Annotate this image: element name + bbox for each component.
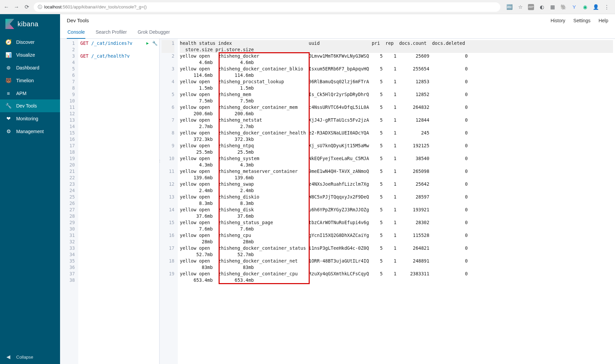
table-row: yellow open zhisheng_diskio W8C5xPJjTQqq… [180,194,613,207]
nav-icon: 📊 [5,52,11,58]
url-path: /app/kibana#/dev_tools/console?_g=() [73,4,147,9]
kibana-logo[interactable]: kibana [0,14,60,36]
tab-search-profiler[interactable]: Search Profiler [95,27,128,39]
tab-grok-debugger[interactable]: Grok Debugger [137,27,171,39]
reload-button[interactable]: ⟳ [24,4,30,10]
sidebar: kibana 🧭Discover📊Visualize⊚Dashboard🐻Tim… [0,14,60,364]
translate-icon[interactable]: 🔤 [506,4,512,10]
kibana-logo-text: kibana [18,20,38,28]
nav-icon: ⚙ [5,128,11,134]
header-link-help[interactable]: Help [598,18,608,23]
menu-icon[interactable]: ⋮ [604,4,610,10]
table-row: yellow open zhisheng_procstat_lookup 06R… [180,79,613,91]
url-host: localhost [44,4,61,9]
sidebar-item-dashboard[interactable]: ⊚Dashboard [0,61,60,74]
ext-icon-2[interactable]: ▦ [550,4,556,10]
url-port: :5601 [61,4,73,9]
abp-icon[interactable]: ABP [528,4,534,10]
collapse-label: Collapse [16,355,33,360]
ext-icon-3[interactable]: Y [571,4,577,10]
browser-toolbar: ← → ⟳ ⓘ localhost:5601/app/kibana#/dev_t… [0,0,615,14]
sidebar-item-management[interactable]: ⚙Management [0,125,60,138]
ext-icon-1[interactable]: ◐ [539,4,545,10]
nav-label: Timelion [16,78,34,83]
table-row: yellow open zhisheng_netstat XjJ4J-gRTTa… [180,117,613,130]
table-row: yellow open zhisheng_disk u6h6YPpZRYGyZJ… [180,207,613,219]
request-gutter: 1234567891011121314151617181920212223242… [60,39,78,364]
table-row: yellow open zhisheng_docker_container_st… [180,245,613,258]
collapse-icon: ◀ [5,354,11,360]
table-row: yellow open zhisheng_status_page tbzCArW… [180,219,613,232]
table-row: yellow open zhisheng_ntpq Xj_sU7knQDyuKj… [180,143,613,155]
nav-icon: ≡ [5,90,11,96]
sidebar-item-dev-tools[interactable]: 🔧Dev Tools [0,99,60,112]
nav-icon: 🔧 [5,103,11,109]
info-icon: ⓘ [38,4,42,10]
evernote-icon[interactable]: 🐘 [560,4,566,10]
table-row: yellow open zhisheng_docker_container_he… [180,130,613,143]
nav-icon: ⊚ [5,65,11,71]
tab-console[interactable]: Console [67,27,85,39]
nav-label: APM [16,91,26,96]
sidebar-item-visualize[interactable]: 📊Visualize [0,49,60,61]
response-gutter: 12345678910111213141516171819 [160,39,178,364]
kibana-logo-icon [5,19,14,29]
nav-label: Discover [16,39,34,45]
header-link-settings[interactable]: Settings [574,18,591,23]
back-button[interactable]: ← [3,4,9,10]
address-bar[interactable]: ⓘ localhost:5601/app/kibana#/dev_tools/c… [34,2,500,12]
sidebar-item-monitoring[interactable]: ❤Monitoring [0,112,60,125]
nav-label: Monitoring [16,116,38,121]
table-row: yellow open zhisheng_swap z4NXsJoeRuahfL… [180,181,613,194]
ext-icon-4[interactable]: ◉ [582,4,588,10]
forward-button[interactable]: → [13,4,20,10]
table-row: yellow open zhisheng_mem Is_Ck5HlQr2yrSp… [180,91,613,104]
sidebar-item-discover[interactable]: 🧭Discover [0,36,60,49]
request-options-button[interactable]: 🔧 [152,40,158,47]
table-row: yellow open zhisheng_cpu gYcnI15XQ2G8DhX… [180,232,613,245]
main-content: Dev Tools HistorySettingsHelp ConsoleSea… [60,14,615,364]
table-row: yellow open zhisheng_docker_container_me… [180,104,613,117]
request-pane[interactable]: 1234567891011121314151617181920212223242… [60,39,160,364]
nav-label: Visualize [16,52,35,58]
sidebar-item-timelion[interactable]: 🐻Timelion [0,74,60,87]
table-row: yellow open zhisheng_docker_container_cp… [180,271,613,283]
nav-label: Dev Tools [16,103,37,109]
sidebar-item-apm[interactable]: ≡APM [0,87,60,99]
bookmark-icon[interactable]: ☆ [517,4,523,10]
send-request-button[interactable]: ▶ [146,40,149,47]
response-output[interactable]: health status index uuid pri rep docs.co… [178,39,615,364]
table-row: yellow open zhisheng_docker_container_ne… [180,258,613,271]
table-row: yellow open zhisheng_docker_container_bl… [180,66,613,79]
table-row: yellow open zhisheng_docker OLmvw1MmT6KF… [180,53,613,66]
extensions-area: 🔤 ☆ ABP ◐ ▦ 🐘 Y ◉ 👤 ⋮ [504,4,612,10]
request-editor[interactable]: GET /_cat/indices?v GET /_cat/health?v [78,39,159,364]
nav-icon: 🧭 [5,39,11,45]
nav-icon: 🐻 [5,78,11,84]
response-pane: ⋮ 12345678910111213141516171819 health s… [160,39,615,364]
table-row: yellow open zhisheng_metaserver_containe… [180,168,613,181]
collapse-button[interactable]: ◀ Collapse [0,350,60,364]
tabs: ConsoleSearch ProfilerGrok Debugger [60,23,615,39]
table-row: yellow open zhisheng_system NkEQFyejTxee… [180,155,613,168]
nav-label: Management [16,129,44,134]
page-title: Dev Tools [67,18,551,23]
nav-icon: ❤ [5,116,11,122]
nav-label: Dashboard [16,65,39,70]
header-link-history[interactable]: History [551,18,565,23]
profile-icon[interactable]: 👤 [593,4,599,10]
pane-resize-handle[interactable]: ⋮ [160,158,162,164]
